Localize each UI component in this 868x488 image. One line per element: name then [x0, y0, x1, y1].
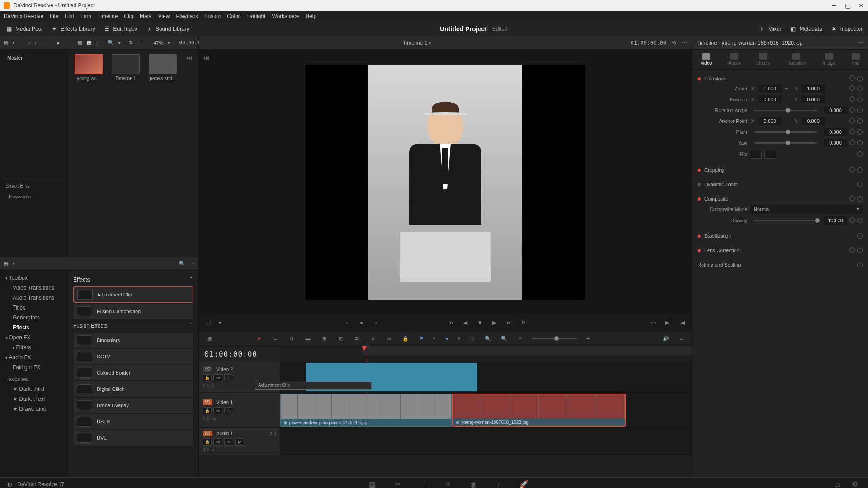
tab-audio[interactable]: Audio	[728, 53, 740, 66]
fx-cctv[interactable]: CCTV	[73, 349, 193, 364]
zoom-y-input[interactable]	[802, 84, 825, 93]
reset-icon[interactable]	[857, 167, 863, 173]
keyframe-icon[interactable]	[849, 117, 855, 124]
track-badge[interactable]: V1	[203, 399, 212, 405]
section-transform[interactable]: Transform	[698, 74, 863, 83]
link-icon[interactable]: ⚭	[784, 86, 791, 92]
jump-end-icon[interactable]: ⏭	[505, 319, 513, 327]
tab-effects[interactable]: Effects	[756, 53, 770, 66]
section-dynamic-zoom[interactable]: Dynamic Zoom	[698, 180, 863, 189]
fairlight-page-icon[interactable]: ♪	[493, 480, 505, 488]
sound-library-toggle[interactable]: ♪ Sound Library	[146, 25, 189, 33]
lock-icon[interactable]: 🔒	[401, 333, 410, 343]
media-pool-toggle[interactable]: ▦ Media Pool	[5, 25, 42, 33]
blade-tool-icon[interactable]: ▬	[303, 333, 313, 343]
menu-workspace[interactable]: Workspace	[272, 13, 299, 19]
keyframe-icon[interactable]	[849, 75, 855, 81]
video-clip-2[interactable]: ⊕young-woman-1867618_1920.jpg	[452, 394, 626, 427]
track-badge[interactable]: V2	[203, 366, 212, 372]
sort-icon[interactable]: ⇅	[129, 40, 133, 46]
menu-mark[interactable]: Mark	[140, 13, 152, 19]
track-lock-icon[interactable]: 🔒	[203, 374, 212, 381]
rotation-slider[interactable]	[754, 110, 817, 111]
clip-thumb[interactable]: Timeline 1	[109, 54, 142, 81]
menu-view[interactable]: View	[158, 13, 170, 19]
menu-playback[interactable]: Playback	[176, 13, 198, 19]
tree-audiofx[interactable]: ▾ Audio FX	[0, 352, 67, 362]
home-icon[interactable]: ⌂	[832, 480, 844, 488]
reset-icon[interactable]	[857, 140, 863, 145]
selection-tool-icon[interactable]: ➤	[254, 333, 264, 343]
reset-icon[interactable]	[857, 129, 863, 135]
deliver-page-icon[interactable]: 🚀	[518, 480, 530, 488]
section-lens[interactable]: Lens Correction	[698, 246, 863, 255]
opacity-slider[interactable]	[754, 220, 817, 221]
tree-video-transitions[interactable]: Video Transitions	[0, 283, 67, 293]
tab-file[interactable]: File	[852, 53, 860, 66]
menu-fusion[interactable]: Fusion	[204, 13, 221, 19]
fx-category-effects[interactable]: Effects⌃	[73, 274, 193, 286]
zoom-x-input[interactable]	[758, 84, 782, 93]
tree-fav-item[interactable]: ★ Dark...Text	[0, 394, 67, 404]
yaw-input[interactable]	[824, 139, 847, 147]
menu-color[interactable]: Color	[227, 13, 240, 19]
mixer-toggle[interactable]: ⫴ Mixer	[758, 25, 781, 33]
stop-icon[interactable]: ■	[476, 319, 484, 327]
fx-category-fusion[interactable]: Fusion Effects⌃	[73, 320, 193, 332]
track-solo-icon[interactable]: S	[224, 438, 233, 446]
fx-digital-glitch[interactable]: Digital Glitch	[73, 381, 193, 397]
next-nav-icon[interactable]: ›	[372, 319, 380, 327]
fx-dslr[interactable]: DSLR	[73, 414, 193, 429]
dynamic-trim-icon[interactable]: ⟨⟩	[287, 333, 297, 343]
sync-icon[interactable]: ⟲	[672, 40, 676, 46]
fx-dve[interactable]: DVE	[73, 430, 193, 446]
minimize-button[interactable]: ─	[831, 2, 837, 9]
pitch-input[interactable]	[824, 128, 847, 136]
menu-fairlight[interactable]: Fairlight	[246, 13, 266, 19]
tree-fav-item[interactable]: ★ Dark...hird	[0, 384, 67, 394]
prev-nav-icon[interactable]: ‹	[343, 319, 351, 327]
tree-generators[interactable]: Generators	[0, 313, 67, 323]
replace-icon[interactable]: ⧉	[352, 333, 362, 343]
inspector-more-icon[interactable]: ⋯	[858, 40, 863, 46]
link-icon[interactable]: ∞	[384, 333, 394, 343]
reset-icon[interactable]	[857, 262, 863, 267]
tab-transition[interactable]: Transition	[787, 53, 807, 66]
track-enable-icon[interactable]: ▭	[213, 407, 222, 414]
panel-view-icon[interactable]: ▤	[4, 261, 8, 267]
keywords-bin[interactable]: Keywords	[4, 191, 64, 202]
reset-icon[interactable]	[857, 76, 863, 81]
bin-view-icon[interactable]: ▤	[4, 39, 8, 47]
media-page-icon[interactable]: ▦	[366, 480, 378, 488]
nav-back-icon[interactable]: ‹	[28, 40, 30, 46]
tree-effects[interactable]: Effects	[0, 323, 67, 333]
reset-icon[interactable]	[857, 151, 863, 157]
composite-mode-select[interactable]: Normal▾	[750, 205, 863, 214]
flip-h-button[interactable]	[750, 150, 762, 159]
menu-file[interactable]: File	[50, 13, 58, 19]
strip-view-icon[interactable]: ≡	[96, 40, 99, 46]
keyframe-icon[interactable]	[849, 139, 855, 145]
track-mute-icon[interactable]: M	[235, 438, 244, 446]
viewer[interactable]: ⏭	[199, 50, 692, 314]
viewer-more-icon[interactable]: ⋯	[682, 40, 687, 46]
close-button[interactable]: ✕	[858, 2, 864, 9]
more-icon[interactable]: ⋯	[190, 261, 195, 267]
snap-icon[interactable]: ∪	[368, 333, 378, 343]
reset-icon[interactable]	[857, 182, 863, 187]
crop-tool-icon[interactable]: ⬚	[204, 319, 212, 327]
anchor-y-input[interactable]	[802, 117, 825, 125]
reset-icon[interactable]	[857, 233, 863, 239]
skip-forward-icon[interactable]: ⏭	[186, 54, 193, 61]
track-body[interactable]: Adjustment Clip Adjustment Clip	[280, 362, 692, 392]
fx-adjustment-clip[interactable]: Adjustment Clip	[73, 286, 193, 303]
reset-icon[interactable]	[857, 218, 863, 223]
keyframe-icon[interactable]	[849, 247, 855, 253]
search-icon[interactable]: 🔍	[179, 261, 185, 267]
track-auto-icon[interactable]: ◇	[224, 407, 233, 414]
keyframe-icon[interactable]	[849, 107, 855, 113]
keyframe-icon[interactable]	[849, 217, 855, 223]
viewer-timeline-name[interactable]: Timeline 1	[403, 40, 428, 46]
reset-icon[interactable]	[857, 118, 863, 124]
zoom-range-icon[interactable]: ⬚	[467, 333, 476, 343]
